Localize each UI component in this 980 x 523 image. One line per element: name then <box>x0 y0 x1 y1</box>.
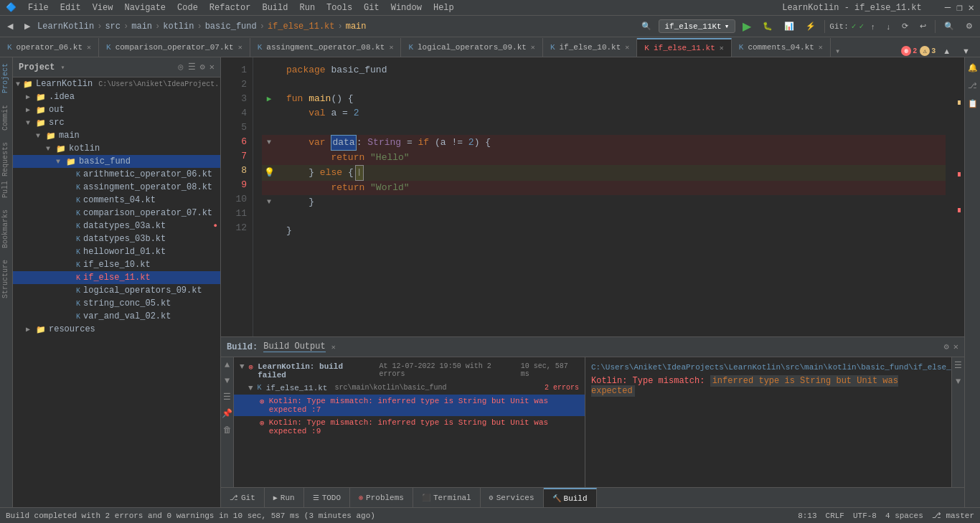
status-branch[interactable]: ⎇ master <box>932 511 974 520</box>
collapse-gutter-6[interactable]: ▼ <box>262 136 276 150</box>
tab-close-icon[interactable]: ✕ <box>238 43 242 52</box>
tab-logical09[interactable]: K logical_operators_09.kt ✕ <box>401 38 542 57</box>
build-right-filter-icon[interactable]: ☰ <box>954 360 962 371</box>
tab-close-icon[interactable]: ✕ <box>720 44 724 52</box>
commit-panel-label[interactable]: Commit <box>0 99 12 136</box>
build-pin-icon[interactable]: 📌 <box>222 408 232 419</box>
status-encoding[interactable]: UTF-8 <box>853 512 877 520</box>
build-settings-icon[interactable]: ⚙ <box>944 341 949 352</box>
menu-edit[interactable]: Edit <box>60 3 81 13</box>
notifications-icon[interactable]: 🔔 <box>965 60 981 75</box>
pull-requests-label[interactable]: Pull Requests <box>0 136 12 204</box>
tree-item-arithmetic06[interactable]: K arithmetic_operator_06.kt <box>13 168 220 181</box>
menu-window[interactable]: Window <box>391 3 422 13</box>
build-error-2[interactable]: ⊗ Kotlin: Type mismatch: inferred type i… <box>234 416 585 438</box>
tree-item-out[interactable]: ▶ 📁 out <box>13 103 220 116</box>
run-tab[interactable]: ▶ Run <box>265 488 304 508</box>
build-right-down-icon[interactable]: ▼ <box>956 377 961 387</box>
debug-button[interactable]: 🐛 <box>758 20 777 32</box>
panel-gear-icon[interactable]: ⚙ <box>200 62 205 72</box>
build-up-icon[interactable]: ▲ <box>225 360 230 370</box>
tab-ifelse10[interactable]: K if_else_10.kt ✕ <box>543 38 637 57</box>
panel-dropdown-icon[interactable]: ▾ <box>60 63 65 72</box>
build-expand-icon[interactable]: ▼ <box>240 362 245 371</box>
tree-item-idea[interactable]: ▶ 📁 .idea <box>13 90 220 103</box>
panel-options-icon[interactable]: ☰ <box>188 62 196 72</box>
tab-ifelse11[interactable]: K if_else_11.kt ✕ <box>637 38 731 57</box>
menu-tools[interactable]: Tools <box>326 3 352 13</box>
project-panel-label[interactable]: Project <box>0 57 12 99</box>
close-button[interactable]: ✕ <box>969 1 974 14</box>
tree-item-kotlin[interactable]: ▼ 📁 kotlin <box>13 142 220 155</box>
breadcrumb-src[interactable]: src <box>105 22 121 32</box>
lightbulb-icon[interactable]: 💡 <box>264 168 275 178</box>
build-tab[interactable]: 🔨 Build <box>544 488 597 508</box>
run-button[interactable]: ▶ <box>738 18 755 34</box>
tab-comments04[interactable]: K comments_04.kt ✕ <box>732 38 831 57</box>
tree-item-src[interactable]: ▼ 📁 src <box>13 116 220 129</box>
tree-item-resources[interactable]: ▶ 📁 resources <box>13 323 220 336</box>
run-config-selector[interactable]: if_else_11Kt ▾ <box>659 19 736 33</box>
profile-button[interactable]: ⚡ <box>801 20 820 32</box>
tree-item-datatypes03b[interactable]: K datatypes_03b.kt <box>13 232 220 245</box>
history-button[interactable]: ⟳ <box>897 20 913 32</box>
breadcrumb-file[interactable]: if_else_11.kt <box>268 22 335 32</box>
status-indent[interactable]: 4 spaces <box>885 512 923 520</box>
tree-item-ifelse10[interactable]: K if_else_10.kt <box>13 258 220 271</box>
tree-item-assingment08[interactable]: K assingment_operator_08.kt <box>13 181 220 194</box>
bookmarks-label[interactable]: Bookmarks <box>0 204 12 254</box>
coverage-button[interactable]: 📊 <box>780 20 798 32</box>
collapse-gutter-10[interactable]: ▼ <box>262 195 276 209</box>
tab-close-icon[interactable]: ✕ <box>389 43 393 52</box>
menu-refactor[interactable]: Refactor <box>209 3 251 13</box>
tab-assingment08[interactable]: K assingment_operator_08.kt ✕ <box>250 38 402 57</box>
undo-button[interactable]: ↩ <box>915 20 930 32</box>
search-everywhere-button[interactable]: 🔍 <box>637 20 656 32</box>
problems-tab[interactable]: ⊗ Problems <box>350 488 413 508</box>
tree-item-ifelse11[interactable]: K if_else_11.kt <box>13 271 220 284</box>
menu-code[interactable]: Code <box>177 3 198 13</box>
menu-view[interactable]: View <box>93 3 113 13</box>
expand-tab-down[interactable]: ▼ <box>958 45 974 57</box>
tab-close-icon[interactable]: ✕ <box>531 43 535 52</box>
tree-item-datatypes03a[interactable]: K datatypes_03a.kt ● <box>13 220 220 232</box>
build-clear-icon[interactable]: 🗑 <box>223 425 232 435</box>
tab-close-icon[interactable]: ✕ <box>819 43 823 52</box>
tree-item-comparison07[interactable]: K comparison_operator_07.kt <box>13 207 220 220</box>
git-right-icon[interactable]: ⎇ <box>965 78 980 93</box>
minimize-button[interactable]: — <box>945 1 951 14</box>
expand-tab-up[interactable]: ▲ <box>938 45 955 57</box>
tree-item-comments04[interactable]: K comments_04.kt <box>13 194 220 207</box>
tree-item-helloworld01[interactable]: K helloworld_01.kt <box>13 245 220 258</box>
build-tab-close[interactable]: ✕ <box>331 343 336 352</box>
build-summary-item[interactable]: ▼ ⊗ LearnKotlin: build failed At 12-07-2… <box>234 360 585 382</box>
todo-tab[interactable]: ☰ TODO <box>304 488 350 508</box>
tree-item-varandval02[interactable]: K var_and_val_02.kt <box>13 310 220 323</box>
menu-git[interactable]: Git <box>364 3 380 13</box>
menu-file[interactable]: File <box>28 3 49 13</box>
breadcrumb-main-fn[interactable]: main <box>346 22 367 32</box>
build-file-item[interactable]: ▼ K if_else_11.kt src\main\kotlin\basic_… <box>234 382 585 395</box>
event-log-icon[interactable]: 📋 <box>965 96 981 111</box>
tree-item-root[interactable]: ▼ 📁 LearnKotlin C:\Users\Aniket\IdeaProj… <box>13 77 220 90</box>
services-tab[interactable]: ⚙ Services <box>481 488 544 508</box>
tree-item-main-folder[interactable]: ▼ 📁 main <box>13 129 220 142</box>
menu-build[interactable]: Build <box>262 3 288 13</box>
tab-comparison07[interactable]: K comparison_operator_07.kt ✕ <box>99 38 250 57</box>
breadcrumb-main[interactable]: main <box>131 22 152 32</box>
menu-run[interactable]: Run <box>299 3 315 13</box>
terminal-tab[interactable]: ⬛ Terminal <box>413 488 481 508</box>
git-push-button[interactable]: ↑ <box>867 21 880 32</box>
status-line-ending[interactable]: CRLF <box>826 512 844 520</box>
more-tabs-button[interactable]: ▾ <box>831 46 844 57</box>
tree-item-basic-fund[interactable]: ▼ 📁 basic_fund <box>13 155 220 168</box>
build-output-tab[interactable]: Build Output <box>263 341 325 352</box>
menu-navigate[interactable]: Navigate <box>124 3 166 13</box>
menu-help[interactable]: Help <box>433 3 454 13</box>
code-editor[interactable]: package basic_fund ▶ fun main() { <box>253 57 954 336</box>
tab-close-icon[interactable]: ✕ <box>625 43 629 52</box>
build-file-expand-icon[interactable]: ▼ <box>248 384 253 392</box>
maximize-button[interactable]: ❐ <box>956 1 962 14</box>
settings-button[interactable]: ⚙ <box>961 20 977 32</box>
build-down-icon[interactable]: ▼ <box>225 376 230 386</box>
